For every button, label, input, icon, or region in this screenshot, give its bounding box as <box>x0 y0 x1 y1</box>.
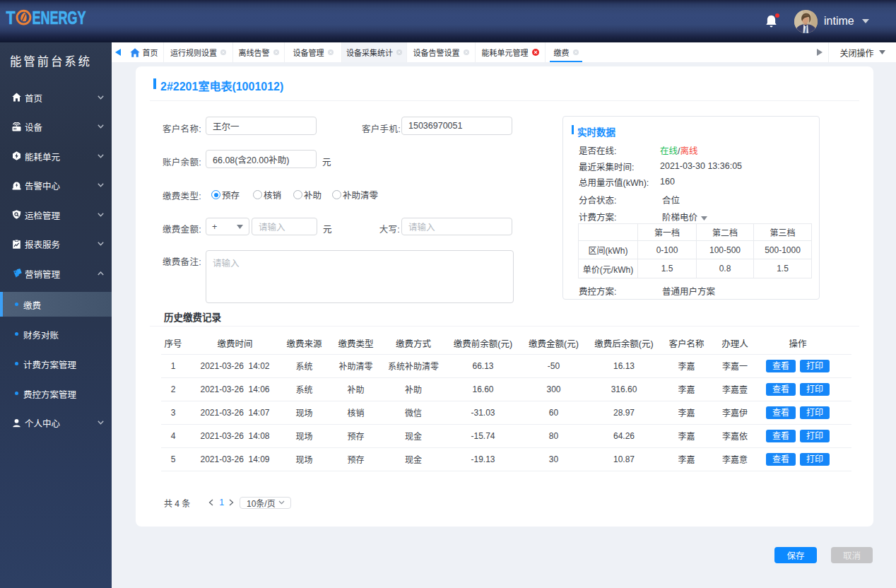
svg-text:T: T <box>6 7 16 28</box>
svg-text:ENERGY: ENERGY <box>32 7 86 28</box>
